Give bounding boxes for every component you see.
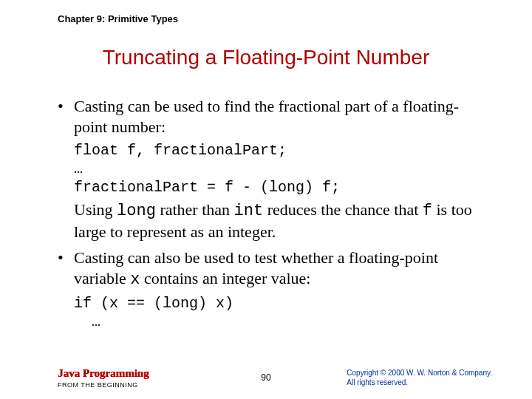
code-inline-x: x bbox=[130, 270, 140, 289]
copyright: Copyright © 2000 W. W. Norton & Company.… bbox=[347, 368, 492, 387]
text: contains an integer value: bbox=[140, 269, 311, 287]
code-inline-f: f bbox=[423, 202, 432, 220]
text: Using bbox=[74, 200, 117, 219]
code-block-1: float f, fractionalPart; … fractionalPar… bbox=[74, 141, 486, 197]
copyright-line-2: All rights reserved. bbox=[347, 378, 492, 387]
code-inline-long: long bbox=[117, 202, 156, 220]
copyright-line-1: Copyright © 2000 W. W. Norton & Company. bbox=[347, 368, 492, 378]
code-inline-int: int bbox=[234, 202, 264, 220]
explanation-1: Using long rather than int reduces the c… bbox=[74, 200, 486, 242]
slide-body: Casting can be used to find the fraction… bbox=[58, 96, 486, 334]
bullet-1: Casting can be used to find the fraction… bbox=[58, 96, 486, 137]
slide-title: Truncating a Floating-Point Number bbox=[0, 46, 532, 69]
bullet-2: Casting can also be used to test whether… bbox=[58, 248, 486, 290]
code-block-2: if (x == (long) x) … bbox=[74, 294, 486, 331]
text: rather than bbox=[156, 200, 234, 219]
text: reduces the chance that bbox=[263, 200, 423, 219]
chapter-label: Chapter 9: Primitive Types bbox=[58, 13, 178, 24]
